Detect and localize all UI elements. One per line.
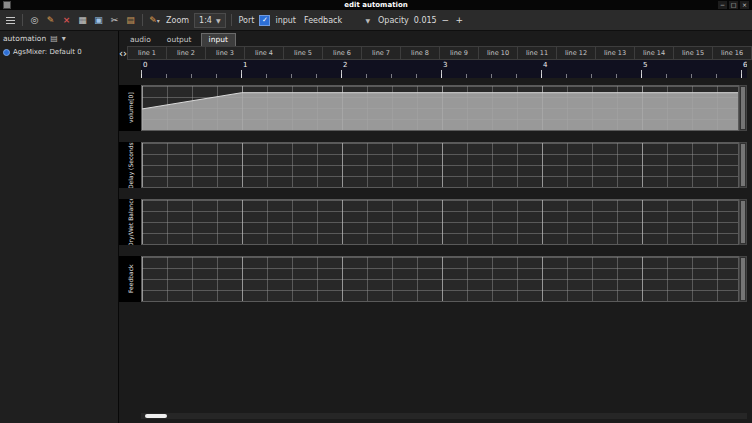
ruler-tick-label: 1 — [243, 61, 247, 69]
lane-label: Dry/Wet Balance — [119, 199, 141, 245]
maximize-button[interactable]: □ — [729, 1, 738, 9]
line-header-cell[interactable]: line 1 — [128, 46, 167, 60]
cut-tool-icon[interactable]: ✂ — [108, 13, 121, 27]
line-header-cell[interactable]: line 4 — [245, 46, 284, 60]
input-checkbox[interactable]: ✓ — [259, 15, 270, 26]
scrollbar-handle[interactable] — [145, 414, 167, 418]
lane-label: volume[0] — [119, 85, 141, 131]
ruler-tick-label: 2 — [343, 61, 347, 69]
timeline-ruler: 0 1 2 3 4 5 6 — [141, 60, 747, 78]
automation-lane-drywet: Dry/Wet Balance — [119, 199, 752, 245]
lane-vertical-scrollbar[interactable] — [739, 142, 747, 188]
window-title: edit automation — [0, 1, 752, 9]
tool-dropdown-icon: ✎ — [149, 15, 157, 25]
line-header-cell[interactable]: line 14 — [635, 46, 674, 60]
zoom-label: Zoom — [166, 16, 189, 25]
zoom-select[interactable]: 1:4 ▼ — [194, 13, 226, 28]
edit-automation-window: edit automation − □ × ◎ ✎ × ▦ ▣ ✂ ▤ ✎ ▾ … — [0, 0, 752, 423]
check-icon: ✓ — [262, 16, 268, 25]
edit-tool-icon[interactable]: ✎ — [44, 13, 57, 27]
tab-input[interactable]: input — [201, 33, 236, 46]
lane-vertical-scrollbar[interactable] — [739, 85, 747, 131]
input-checkbox-label: input — [275, 16, 296, 25]
machine-icon[interactable]: ▤ — [50, 34, 58, 43]
line-header: ‹ › line 1 line 2 line 3 line 4 line 5 l… — [119, 46, 752, 60]
menu-icon — [6, 20, 15, 21]
ruler-tick-label: 0 — [143, 61, 147, 69]
line-header-cell[interactable]: line 12 — [557, 46, 596, 60]
machine-list-item-label: AgsMixer: Default 0 — [13, 48, 82, 56]
line-header-cell[interactable]: line 3 — [206, 46, 245, 60]
zoom-value: 1:4 — [199, 16, 212, 25]
toolbar-separator — [22, 14, 23, 26]
automation-lane-feedback: Feedback — [119, 256, 752, 302]
minimize-button[interactable]: − — [718, 1, 727, 9]
ruler-tick-label: 4 — [543, 61, 547, 69]
line-header-cell[interactable]: line 11 — [518, 46, 557, 60]
line-header-cell[interactable]: line 6 — [323, 46, 362, 60]
automation-grid-drywet[interactable] — [141, 199, 739, 245]
opacity-decrement-button[interactable]: − — [440, 14, 451, 26]
automation-sidebar: automation ▤ ▾ AgsMixer: Default 0 — [0, 31, 119, 423]
opacity-increment-button[interactable]: + — [454, 14, 465, 26]
lane-label: Feedback — [119, 256, 141, 302]
scrollbar-handle[interactable] — [741, 144, 745, 186]
tab-audio[interactable]: audio — [123, 34, 158, 46]
automation-fill-area — [142, 93, 738, 130]
ruler-tick-label: 6 — [743, 61, 747, 69]
clear-tool-icon[interactable]: × — [60, 13, 73, 27]
horizontal-scrollbar[interactable] — [141, 413, 747, 419]
automation-grid-delay[interactable] — [141, 142, 739, 188]
automation-lane-volume: volume[0] — [119, 85, 752, 131]
line-header-cell[interactable]: line 2 — [167, 46, 206, 60]
menu-button[interactable] — [4, 13, 17, 27]
chevron-down-icon[interactable]: ▾ — [62, 34, 66, 43]
automation-editor: audio output input ‹ › line 1 line 2 lin… — [119, 31, 752, 423]
scrollbar-handle[interactable] — [741, 201, 745, 243]
tab-output[interactable]: output — [160, 34, 199, 46]
titlebar: edit automation − □ × — [0, 0, 752, 10]
sidebar-title: automation — [3, 34, 46, 43]
line-header-cell[interactable]: line 9 — [440, 46, 479, 60]
line-header-cell[interactable]: line 7 — [362, 46, 401, 60]
line-header-cell[interactable]: line 10 — [479, 46, 518, 60]
paste-tool-icon[interactable]: ▤ — [124, 13, 137, 27]
toolbar-separator — [231, 14, 232, 26]
automation-lanes: volume[0] Delay (Seconds) — [119, 85, 752, 302]
tool-dropdown-button[interactable]: ✎ ▾ — [148, 13, 161, 27]
automation-lane-delay: Delay (Seconds) — [119, 142, 752, 188]
machine-list-item[interactable]: AgsMixer: Default 0 — [0, 46, 118, 58]
line-header-cell[interactable]: line 16 — [713, 46, 752, 60]
scrollbar-handle[interactable] — [741, 258, 745, 300]
radio-selected-icon[interactable] — [3, 49, 10, 56]
line-header-cell[interactable]: line 8 — [401, 46, 440, 60]
chevron-down-icon: ▼ — [216, 17, 221, 24]
close-button[interactable]: × — [740, 1, 749, 9]
automation-grid-feedback[interactable] — [141, 256, 739, 302]
spacer — [119, 78, 752, 85]
line-header-cell[interactable]: line 13 — [596, 46, 635, 60]
chevron-down-icon: ▾ — [157, 17, 160, 24]
port-label: Port — [239, 16, 255, 25]
port-value: Feedback — [304, 16, 342, 25]
copy-tool-icon[interactable]: ▣ — [92, 13, 105, 27]
lane-vertical-scrollbar[interactable] — [739, 199, 747, 245]
scrollbar-handle[interactable] — [741, 87, 745, 129]
line-header-cell[interactable]: line 15 — [674, 46, 713, 60]
chevron-down-icon: ▼ — [365, 17, 370, 24]
toolbar-separator — [142, 14, 143, 26]
ruler-tick-label: 3 — [443, 61, 447, 69]
port-combo[interactable]: Feedback ▼ — [301, 14, 373, 27]
toolbar: ◎ ✎ × ▦ ▣ ✂ ▤ ✎ ▾ Zoom 1:4 ▼ Port ✓ inpu… — [0, 10, 752, 31]
select-tool-icon[interactable]: ▦ — [76, 13, 89, 27]
scope-tabs: audio output input — [119, 31, 752, 46]
lane-label: Delay (Seconds) — [119, 142, 141, 188]
automation-grid-volume[interactable] — [141, 85, 739, 131]
opacity-value: 0.015 — [414, 16, 437, 25]
ruler-tick-label: 5 — [643, 61, 647, 69]
opacity-label: Opacity — [378, 16, 409, 25]
lane-vertical-scrollbar[interactable] — [739, 256, 747, 302]
line-header-cell[interactable]: line 5 — [284, 46, 323, 60]
position-tool-icon[interactable]: ◎ — [28, 13, 41, 27]
